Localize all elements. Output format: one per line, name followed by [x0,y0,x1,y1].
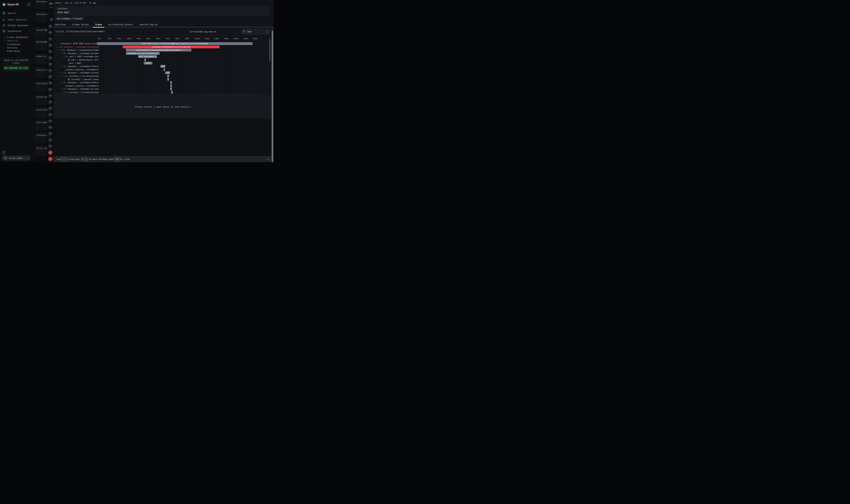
span-bar[interactable]: HTTP POST http://frontend:8080/api/check… [97,42,253,45]
sidebar-item-client-sessions[interactable]: Client Sessions [0,23,33,28]
trace-tree-row[interactable]: cart | GetCartAsync called… [55,58,99,61]
event-pin-row[interactable] [48,74,53,80]
event-pin-row[interactable] [48,49,53,55]
trace-tree-row[interactable]: (1)currency | Currency/Convert [55,74,99,78]
trace-tree-row[interactable]: (1)checkout | oteldemo.CurrencySe… [55,87,99,91]
trace-tree-row[interactable]: (11)checkout | prepareOrderItemsAnd… [55,49,99,52]
trace-tree-row[interactable]: (1)checkout | oteldemo.CurrencySe… [55,71,99,74]
tab-column-values[interactable]: Column Values [72,22,89,27]
span-bar[interactable]: ( [170,85,172,87]
session-card[interactable]: Roderick_S [34,53,48,65]
span-bar[interactable]: oteldemo.CartService/GetCart [126,52,160,55]
event-pin-row[interactable] [48,30,53,36]
span-bar[interactable]: ( [170,88,172,90]
sidebar-item-search[interactable]: Search [0,11,33,16]
event-pin-row[interactable] [48,55,53,61]
chevron-down-icon[interactable] [62,75,63,77]
create-dashboard-link[interactable]: + Create Dashboard [4,36,28,38]
session-card[interactable]: Kieran92@h [34,80,48,92]
event-pin-row[interactable] [48,42,53,49]
session-card[interactable]: Anonymous [34,0,48,10]
session-card[interactable]: Jonathan.B [34,132,48,144]
event-pin-row[interactable] [48,36,53,42]
trace-tree-row[interactable]: cart | HGET [55,61,99,65]
event-error-row[interactable] [48,156,53,162]
presets-toggle[interactable]: PRESETS [4,40,18,42]
collapse-sidebar-icon[interactable] [27,3,31,6]
preset-kubernetes[interactable]: Kubernetes [7,50,20,52]
sidebar-item-dashboards[interactable]: Dashboards [0,29,33,34]
chevron-down-icon[interactable] [60,72,61,74]
session-card[interactable]: Walton9@ho [34,39,48,50]
tab-session-replay[interactable]: Session Replay [139,22,158,27]
span-bar[interactable]: otel [160,65,165,68]
event-pin-row[interactable] [48,105,53,112]
event-pin-row[interactable] [48,61,53,68]
close-icon[interactable] [266,157,270,161]
trace-tree-row[interactable]: (1)checkout | oteldemo.ProductCat… [55,65,99,68]
session-card[interactable]: Shaniya.Sc [34,67,48,78]
tab-trace[interactable]: Trace [95,22,102,27]
service-name-chip[interactable]: ServiceName: frontend [55,17,84,21]
span-bar[interactable]: ( [167,75,169,77]
span-bar[interactable]: ( [167,78,169,81]
event-pin-row[interactable] [48,124,53,131]
sidebar-item-chart-explorer[interactable]: Chart Explorer [0,17,33,22]
chevron-down-icon[interactable] [60,82,61,83]
page-scrollbar-thumb[interactable] [272,31,273,162]
chevron-down-icon[interactable] [60,88,61,90]
trace-tree-row[interactable]: currency | Convert convers… [55,78,99,81]
span-bar[interactable]: otel [165,71,170,74]
trace-tree-row[interactable]: (1)checkout | oteldemo.ProductCat… [55,81,99,84]
chevron-down-icon[interactable] [56,46,58,48]
log-source-select[interactable]: Logs [241,29,270,34]
chevron-down-icon[interactable] [60,53,61,54]
trace-tree-row[interactable]: (2)checkout | oteldemo.CheckoutServic… [55,46,99,49]
chevron-down-icon[interactable] [60,66,61,67]
event-pin-row[interactable] [48,118,53,124]
session-card[interactable]: Ernesto33@ [34,107,48,118]
trace-tree-row[interactable]: product-catalog | oteldemo.Prod… [55,68,99,71]
chevron-down-icon[interactable] [62,56,63,57]
preset-services[interactable]: Services [7,47,17,49]
local-mode-menu[interactable]: U Local mode › [2,156,30,161]
get-started-button[interactable]: Get Started for Free [4,66,29,70]
span-bar[interactable]: ( [170,81,172,84]
event-pin-row[interactable] [48,112,53,118]
event-pin-row[interactable] [48,137,53,143]
event-pin-row[interactable] [48,99,53,105]
trace-tree-row[interactable]: (1)checkout | oteldemo.CartServic… [55,52,99,55]
chevron-down-icon[interactable] [62,92,63,93]
event-pin-row[interactable] [48,87,53,93]
help-button[interactable]: ? [1,150,6,155]
trace-tree-row[interactable]: frontend | HTTP POST http://frontend:… [55,42,99,46]
trace-tree-row[interactable]: product-catalog | oteldemo.Prod… [55,84,99,88]
event-pin-row[interactable] [48,23,53,30]
span-bar[interactable]: ( [171,91,173,94]
event-pin-row[interactable] [48,80,53,86]
span-bar[interactable]: ( [164,68,165,71]
brand-row[interactable]: HyperDX [2,2,31,7]
tab-overview[interactable]: Overview [55,22,66,27]
trace-tree-row[interactable]: (1)currency | Currency/Convert [55,91,99,94]
event-pin-row[interactable] [48,68,53,74]
span-bar[interactable]: oteldemo.CheckoutService/PlaceOrder [123,46,220,48]
span-bar[interactable]: HGET [144,62,152,65]
edit-pencil-icon[interactable] [99,30,102,33]
span-bar[interactable]: POST /oteldemo.Cart [138,55,157,58]
chevron-down-icon[interactable] [58,49,60,51]
waterfall-scrollbar[interactable] [269,39,270,61]
preset-clickhouse[interactable]: Clickhouse [7,43,20,46]
session-card[interactable]: Anonymous [34,11,48,22]
tab-surrounding-context[interactable]: Surrounding Context [108,22,133,27]
span-bar[interactable]: prepareOrderItemsAndShippingQuoteFromCar… [126,49,191,51]
session-card[interactable]: Howard.Run [34,94,48,105]
session-card[interactable]: Deion37@gm [34,27,48,38]
span-bar[interactable]: ( [144,58,146,61]
session-card[interactable]: Dolly.Lubo [34,145,48,157]
event-error-row[interactable] [48,150,53,156]
trace-tree-row[interactable]: (2)cart | POST /oteldemo.CartSe… [55,55,99,58]
event-pin-row[interactable] [48,93,53,99]
session-card[interactable]: Pearl43@ho [34,120,48,131]
event-pin-row[interactable] [48,131,53,137]
